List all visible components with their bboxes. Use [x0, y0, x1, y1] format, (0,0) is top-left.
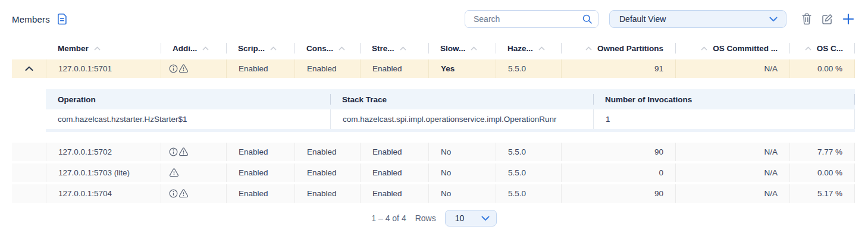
cell-console: Enabled [294, 59, 360, 78]
cell-additional [161, 59, 226, 78]
cell-scripting: Enabled [226, 59, 294, 78]
toolbar-actions [794, 11, 856, 27]
cell-os-cpu: 0.00 % [789, 163, 855, 182]
detail-column-header: Operation [46, 89, 330, 109]
rows-per-page-select[interactable]: 10 [445, 210, 497, 227]
detail-column-header: Stack Trace [330, 89, 593, 109]
sort-icon [805, 46, 811, 51]
sort-icon [339, 46, 345, 51]
sort-icon [270, 46, 277, 51]
edit-view-button[interactable] [820, 12, 835, 27]
column-header-os-committed[interactable]: OS Committed ... [675, 39, 789, 57]
cell-slow-operations: No [428, 143, 496, 161]
column-header-console[interactable]: Cons... [294, 39, 360, 57]
cell-owned-partitions: 90 [561, 184, 675, 203]
warning-icon [178, 147, 189, 156]
cell-console: Enabled [294, 163, 360, 182]
column-header-os-cpu[interactable]: OS C... [789, 39, 855, 57]
warning-icon [178, 64, 189, 73]
cell-additional [161, 163, 226, 182]
table-row[interactable]: 127.0.0.1:5703 (lite)EnabledEnabledEnabl… [12, 163, 855, 182]
cell-streaming: Enabled [360, 59, 428, 78]
sort-icon [538, 46, 545, 51]
column-header-label: Haze... [507, 44, 533, 53]
warning-icon [178, 189, 189, 198]
chevron-down-icon [769, 17, 778, 22]
pagination-range: 1 – 4 of 4 [371, 213, 406, 223]
members-table-body: 127.0.0.1:5701EnabledEnabledEnabledYes5.… [12, 59, 855, 203]
detail-cell: com.hazelcast.hzstarter.HzStarter$1 [46, 109, 330, 129]
cell-additional [161, 184, 226, 203]
column-header-additional[interactable]: Addi... [161, 39, 226, 57]
sort-icon [585, 46, 592, 51]
cell-streaming: Enabled [360, 163, 428, 182]
expand-row-toggle[interactable] [12, 184, 46, 203]
sort-icon [400, 46, 406, 51]
chevron-down-icon [481, 216, 490, 221]
trash-icon [801, 12, 813, 26]
document-icon[interactable] [57, 13, 68, 25]
cell-member: 127.0.0.1:5702 [46, 143, 161, 161]
column-header-streaming[interactable]: Stre... [360, 39, 428, 57]
column-header-slow-operations[interactable]: Slow... [428, 39, 496, 57]
table-row[interactable]: 127.0.0.1:5701EnabledEnabledEnabledYes5.… [12, 59, 855, 78]
cell-hazelcast-version: 5.5.0 [496, 59, 561, 78]
cell-member: 127.0.0.1:5701 [46, 59, 161, 78]
page-title: Members [12, 14, 50, 24]
delete-view-button[interactable] [800, 11, 814, 27]
detail-column-header: Number of Invocations [593, 89, 855, 109]
rows-per-page-value: 10 [455, 213, 465, 223]
column-header-label: Scrip... [238, 44, 265, 53]
chevron-up-icon [25, 66, 33, 71]
expand-row-toggle[interactable] [12, 143, 46, 161]
cell-hazelcast-version: 5.5.0 [496, 184, 561, 203]
cell-owned-partitions: 90 [561, 143, 675, 161]
view-select[interactable]: Default View [609, 10, 786, 28]
cell-os-cpu: 7.77 % [789, 143, 855, 161]
add-view-button[interactable] [841, 11, 856, 27]
cell-slow-operations: No [428, 184, 496, 203]
column-header-label: Owned Partitions [597, 44, 663, 53]
column-header-owned-partitions[interactable]: Owned Partitions [561, 39, 675, 57]
table-row[interactable]: 127.0.0.1:5704EnabledEnabledEnabledNo5.5… [12, 184, 855, 203]
cell-slow-operations: Yes [428, 59, 496, 78]
cell-os-cpu: 0.00 % [789, 59, 855, 78]
search-input[interactable] [465, 10, 598, 28]
search-icon[interactable] [582, 14, 593, 24]
info-icon [169, 189, 178, 198]
cell-hazelcast-version: 5.5.0 [496, 143, 561, 161]
column-header-label: Slow... [440, 44, 465, 53]
column-header-hazelcast-version[interactable]: Haze... [496, 39, 561, 57]
cell-os-committed: N/A [675, 143, 789, 161]
cell-console: Enabled [294, 184, 360, 203]
sort-icon [471, 46, 477, 51]
expand-row-toggle[interactable] [12, 59, 46, 78]
cell-scripting: Enabled [226, 163, 294, 182]
members-table-header: MemberAddi...Scrip...Cons...Stre...Slow.… [12, 39, 855, 57]
members-table: MemberAddi...Scrip...Cons...Stre...Slow.… [12, 39, 855, 205]
column-header-scripting[interactable]: Scrip... [226, 39, 294, 57]
cell-os-committed: N/A [675, 59, 789, 78]
expanded-detail-table: OperationStack TraceNumber of Invocation… [46, 89, 855, 132]
edit-icon [821, 13, 833, 26]
rows-per-page-label: Rows [415, 213, 436, 223]
sort-icon [94, 46, 101, 51]
cell-scripting: Enabled [226, 143, 294, 161]
cell-owned-partitions: 0 [561, 163, 675, 182]
expand-row-toggle[interactable] [12, 163, 46, 182]
search-wrap [465, 10, 598, 28]
sort-icon [202, 46, 209, 51]
column-header-label: OS C... [817, 44, 843, 53]
cell-slow-operations: No [428, 163, 496, 182]
column-header-member[interactable]: Member [46, 39, 161, 57]
table-row[interactable]: 127.0.0.1:5702EnabledEnabledEnabledNo5.5… [12, 143, 855, 161]
sort-icon [701, 46, 707, 51]
cell-additional [161, 143, 226, 161]
cell-scripting: Enabled [226, 184, 294, 203]
warning-icon [169, 168, 179, 177]
column-header-label: Addi... [173, 44, 197, 53]
cell-owned-partitions: 91 [561, 59, 675, 78]
view-select-value: Default View [619, 14, 666, 24]
expander-column-header [12, 39, 46, 57]
pagination: 1 – 4 of 4 Rows 10 [0, 208, 868, 228]
